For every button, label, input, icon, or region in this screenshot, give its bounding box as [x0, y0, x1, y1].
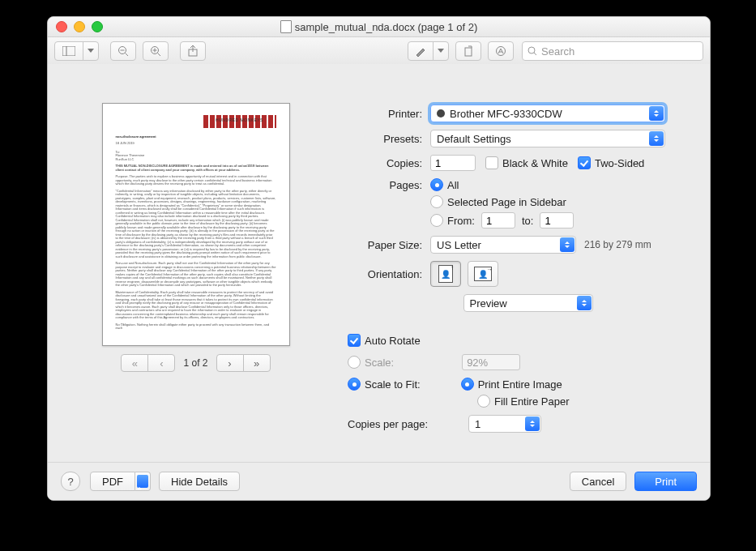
pages-to-label: to: — [522, 215, 533, 227]
chevron-updown-icon — [649, 131, 664, 146]
pages-to-input[interactable] — [540, 212, 574, 229]
chevron-updown-icon — [649, 106, 664, 121]
chevron-down-icon — [137, 475, 148, 488]
presets-label: Presets: — [348, 133, 422, 145]
svg-line-3 — [126, 53, 129, 57]
document-icon — [280, 20, 292, 33]
pages-all-radio[interactable] — [430, 178, 443, 191]
copies-label: Copies: — [348, 157, 422, 169]
auto-rotate-checkbox[interactable] — [348, 334, 361, 347]
scale-input — [462, 354, 520, 370]
window-title: sample_mutual_nda.docx (page 1 of 2) — [295, 21, 477, 33]
pages-all-label: All — [447, 179, 459, 191]
copies-input[interactable] — [430, 155, 476, 171]
svg-point-13 — [528, 47, 535, 53]
help-button[interactable]: ? — [61, 472, 80, 491]
share-icon — [188, 45, 198, 57]
first-page-button[interactable]: « — [121, 354, 148, 372]
chevron-updown-icon — [577, 296, 592, 310]
paper-size-select[interactable]: US Letter — [430, 236, 576, 254]
chevron-updown-icon — [525, 416, 540, 431]
pages-selected-label: Selected Page in Sidebar — [447, 196, 566, 208]
share-button[interactable] — [180, 41, 206, 61]
pages-selected-radio[interactable] — [430, 195, 443, 208]
orientation-label: Orientation: — [348, 268, 422, 280]
pages-from-input[interactable] — [481, 212, 515, 229]
markup-button[interactable] — [488, 41, 514, 61]
print-entire-image-label: Print Entire Image — [478, 378, 562, 391]
two-sided-checkbox[interactable] — [578, 156, 591, 169]
copies-per-page-label: Copies per page: — [348, 418, 428, 430]
black-white-checkbox[interactable] — [485, 156, 498, 169]
chevron-updown-icon — [560, 237, 574, 252]
scale-fit-label: Scale to Fit: — [365, 378, 421, 391]
zoom-in-icon — [150, 45, 161, 57]
zoom-out-icon — [117, 45, 129, 57]
next-page-button[interactable]: › — [216, 354, 244, 372]
print-preview: non-disclosure agreement 18 JUN 2019 To:… — [80, 103, 311, 372]
annotate-toggle[interactable] — [408, 41, 449, 61]
svg-rect-11 — [465, 48, 472, 56]
last-page-button[interactable]: » — [243, 354, 271, 372]
pages-from-radio[interactable] — [430, 214, 443, 227]
printer-select[interactable]: Brother MFC-9330CDW — [430, 105, 665, 122]
fill-entire-paper-radio[interactable] — [477, 395, 490, 408]
scale-label: Scale: — [365, 357, 394, 369]
pdf-menu-button[interactable]: PDF — [90, 472, 151, 491]
svg-line-6 — [158, 53, 161, 57]
fill-entire-paper-label: Fill Entire Paper — [494, 395, 569, 408]
print-dialog-window: sample_mutual_nda.docx (page 1 of 2) — [47, 16, 711, 501]
page-indicator: 1 of 2 — [183, 357, 207, 369]
orientation-portrait-button[interactable]: 👤↑ — [430, 261, 461, 287]
pages-from-label: From: — [447, 215, 475, 227]
titlebar: sample_mutual_nda.docx (page 1 of 2) — [48, 17, 710, 37]
svg-rect-0 — [62, 46, 75, 56]
black-white-label: Black & White — [502, 157, 568, 169]
presets-select[interactable]: Default Settings — [430, 130, 665, 147]
section-select[interactable]: Preview — [463, 294, 593, 312]
two-sided-label: Two-Sided — [595, 157, 644, 169]
preview-page: non-disclosure agreement 18 JUN 2019 To:… — [102, 103, 290, 346]
pages-label: Pages: — [348, 179, 422, 191]
arrow-right-icon: → — [486, 266, 493, 273]
printer-status-icon — [437, 109, 445, 117]
dialog-footer: ? PDF Hide Details Cancel Print — [48, 462, 710, 500]
zoom-out-button[interactable] — [110, 41, 136, 61]
hide-details-button[interactable]: Hide Details — [159, 472, 240, 491]
rotate-icon — [463, 45, 474, 57]
scale-fit-radio[interactable] — [348, 378, 361, 391]
scale-radio[interactable] — [348, 356, 361, 369]
print-options-form: Printer: Brother MFC-9330CDW Presets: De… — [348, 105, 676, 440]
prev-page-button[interactable]: ‹ — [147, 354, 175, 372]
cancel-button[interactable]: Cancel — [570, 472, 626, 491]
search-input[interactable]: Search — [522, 41, 703, 61]
printer-label: Printer: — [348, 108, 422, 120]
person-icon: 👤 — [441, 270, 451, 279]
search-placeholder: Search — [541, 45, 574, 58]
sidebar-toggle[interactable] — [54, 41, 99, 61]
rotate-button[interactable] — [455, 41, 481, 61]
highlight-icon — [415, 45, 426, 57]
arrow-up-icon: ↑ — [451, 264, 454, 271]
print-entire-image-radio[interactable] — [461, 378, 474, 391]
svg-line-14 — [534, 53, 536, 55]
print-button[interactable]: Print — [634, 472, 697, 491]
copies-per-page-select[interactable]: 1 — [468, 415, 541, 433]
logo — [203, 115, 276, 128]
toolbar: Search — [48, 37, 710, 66]
auto-rotate-label: Auto Rotate — [365, 335, 421, 347]
zoom-in-button[interactable] — [143, 41, 169, 61]
search-icon — [527, 46, 537, 56]
orientation-landscape-button[interactable]: 👤→ — [468, 261, 498, 287]
markup-icon — [495, 45, 506, 57]
paper-size-hint: 216 by 279 mm — [584, 239, 651, 250]
paper-size-label: Paper Size: — [348, 239, 422, 251]
